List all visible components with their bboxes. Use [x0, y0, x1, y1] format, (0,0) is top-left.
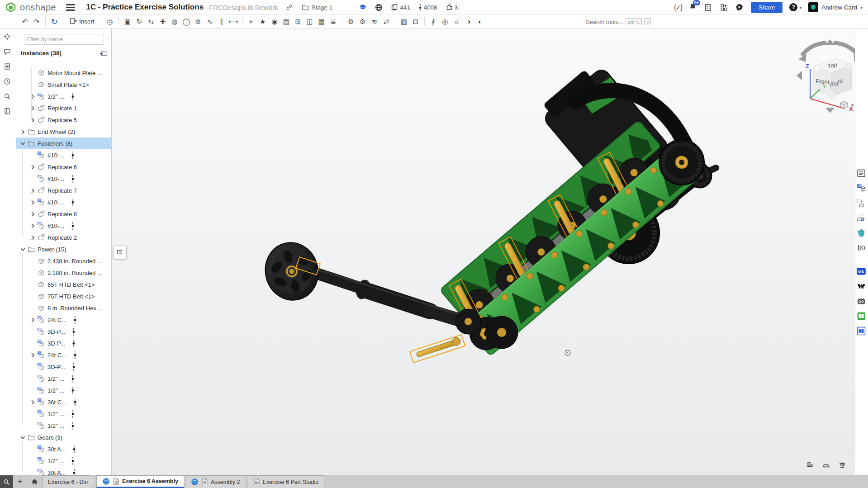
protractor-icon[interactable]	[822, 461, 833, 471]
relations-icon[interactable]: ⚙	[357, 16, 369, 27]
chevron-right-icon[interactable]	[28, 104, 37, 112]
gem-app-icon[interactable]	[857, 228, 867, 238]
main-menu-icon[interactable]	[66, 3, 75, 12]
share-button[interactable]: Share	[751, 2, 783, 13]
named-positions-icon[interactable]: ◷	[104, 16, 116, 27]
tree-folder-row[interactable]: Fasteners (8)	[16, 137, 111, 149]
view-options-button[interactable]: ▾	[839, 100, 854, 110]
tree-item-row[interactable]: 30t A...	[16, 467, 111, 475]
notifications-button[interactable]: 9+	[689, 3, 697, 12]
width-mate-icon[interactable]: ⟷	[228, 16, 239, 27]
onshape-logo[interactable]: onshape	[5, 2, 56, 13]
panel-toggle-button[interactable]	[113, 246, 127, 259]
chevron-right-icon[interactable]	[28, 316, 37, 323]
tree-item-row[interactable]: #10-...	[16, 220, 111, 232]
tree-item-row[interactable]: 1/2" ...	[16, 373, 111, 384]
add-folder-icon[interactable]	[100, 49, 108, 57]
workspace-name[interactable]: Stage 1	[312, 4, 333, 11]
insert-button[interactable]: Insert	[66, 16, 98, 27]
bom-icon[interactable]: ▥	[398, 16, 410, 27]
chevron-down-icon[interactable]	[19, 246, 27, 253]
chevron-right-icon[interactable]	[28, 199, 37, 206]
revolute-mate-icon[interactable]: ↻	[133, 16, 145, 27]
element-tab[interactable]: Exercise 6 Assembly	[96, 475, 184, 488]
tree-item-row[interactable]: 75T HTD Belt <1>	[16, 290, 111, 302]
document-panel-icon[interactable]	[4, 63, 13, 72]
tree-item-row[interactable]: 1/2" ...	[16, 455, 111, 467]
slider-mate-icon[interactable]: ⇆	[145, 16, 157, 27]
tree-item-row[interactable]: 30t A...	[16, 443, 111, 455]
tree-item-row[interactable]: 36t C...	[16, 396, 111, 408]
planar-mate-icon[interactable]: ✚	[157, 16, 169, 27]
pin-slot-mate-icon[interactable]: ⊕	[192, 16, 204, 27]
rigid-group-icon[interactable]: ★	[257, 16, 269, 27]
list-view-icon[interactable]	[107, 36, 108, 43]
element-tab[interactable]: Exercise 6 - Din	[42, 475, 95, 488]
group-parts-icon[interactable]: ⌖	[245, 16, 257, 27]
tree-item-row[interactable]: Small Plate <1>	[16, 79, 111, 90]
tree-item-row[interactable]: 1/2" ...	[16, 90, 111, 102]
tree-item-row[interactable]: Motor Mount Plate ...	[16, 67, 111, 79]
tree-item-row[interactable]: 65T HTD Belt <1>	[16, 279, 111, 290]
viewcube-body[interactable]: Top Front Right	[814, 58, 852, 98]
green-manual-app-icon[interactable]	[857, 312, 867, 322]
display-states-icon[interactable]: ◑	[463, 16, 474, 27]
home-tab-button[interactable]	[27, 475, 42, 488]
viewcube-up-arrow[interactable]	[825, 39, 835, 45]
tree-item-row[interactable]: 3D-P...	[16, 326, 111, 337]
ball-mate-icon[interactable]: ◍	[169, 16, 180, 27]
fastened-mate-icon[interactable]: ▣	[122, 16, 133, 27]
filter-input[interactable]	[24, 34, 104, 45]
tree-folder-row[interactable]: Gears (3)	[16, 431, 111, 443]
circular-pattern-icon[interactable]: ◫	[304, 16, 316, 27]
help-menu[interactable]: ? ▾	[789, 3, 802, 11]
rotate-left-arrow[interactable]	[798, 43, 826, 62]
redo-icon[interactable]: ↷	[31, 16, 43, 27]
replicate-tool-icon[interactable]: ▤	[280, 16, 292, 27]
element-tab[interactable]: Assembly 2	[185, 475, 246, 488]
tree-item-row[interactable]: 24t C...	[16, 349, 111, 361]
rack-relation-icon[interactable]: ≋	[369, 16, 380, 27]
chevron-right-icon[interactable]	[28, 163, 37, 171]
model-tree-panel-icon[interactable]	[857, 169, 867, 179]
parallel-mate-icon[interactable]: ∥	[216, 16, 228, 27]
mass-properties-icon[interactable]	[839, 461, 849, 471]
search-panel-icon[interactable]	[4, 93, 13, 102]
learning-center-icon[interactable]	[735, 3, 744, 12]
chevron-right-icon[interactable]	[28, 234, 37, 241]
tree-item-row[interactable]: Replicate 5	[16, 114, 111, 126]
tree-item-row[interactable]: Replicate 6	[16, 161, 111, 173]
cylindrical-mate-icon[interactable]: ◯	[180, 16, 192, 27]
search-tools[interactable]: Search tools... alt/⌥ c	[586, 15, 651, 28]
rotate-view-icon[interactable]: ↻	[48, 16, 60, 27]
undo-icon[interactable]: ↶	[19, 16, 31, 27]
filter-icon[interactable]	[20, 36, 21, 43]
chevron-down-icon[interactable]	[19, 434, 27, 441]
tree-item-row[interactable]: Replicate 2	[16, 232, 111, 243]
element-tab[interactable]: Exercise 6 Part Studio	[247, 475, 325, 488]
select-crosshair-icon[interactable]	[4, 33, 13, 42]
derived-part-panel-icon[interactable]	[857, 199, 867, 208]
viewcube-down-arrow[interactable]	[825, 108, 835, 113]
tree-item-row[interactable]: 1/2" ...	[16, 420, 111, 431]
account-menu[interactable]: Andrew Card ▾	[808, 2, 863, 12]
tree-item-row[interactable]: 3D-P...	[16, 361, 111, 373]
mk-app-icon[interactable]: MK	[857, 267, 867, 277]
tree-item-row[interactable]: Replicate 7	[16, 185, 111, 196]
sketch-panel-icon[interactable]	[857, 213, 867, 223]
3d-viewport[interactable]: Top Front Right Z X Y ▾	[112, 28, 855, 475]
appearance-icon[interactable]: ☼	[451, 16, 463, 27]
tree-item-row[interactable]: 8 in. Rounded Hex ...	[16, 302, 111, 314]
notes-icon[interactable]	[4, 108, 13, 117]
linear-pattern-icon[interactable]: ⊞	[292, 16, 304, 27]
copies-stat[interactable]: 441	[391, 4, 410, 11]
chevron-right-icon[interactable]	[28, 222, 37, 229]
tangent-mate-icon[interactable]: ∿	[204, 16, 216, 27]
chevron-right-icon[interactable]	[28, 351, 37, 359]
link-icon[interactable]	[285, 3, 294, 12]
pattern-icon[interactable]: ▦	[316, 16, 327, 27]
tree-item-row[interactable]: 24t C...	[16, 314, 111, 326]
search-tabs-button[interactable]	[0, 475, 13, 488]
structure-icon[interactable]: ⊟	[410, 16, 422, 27]
tree-item-row[interactable]: #10-...	[16, 196, 111, 208]
